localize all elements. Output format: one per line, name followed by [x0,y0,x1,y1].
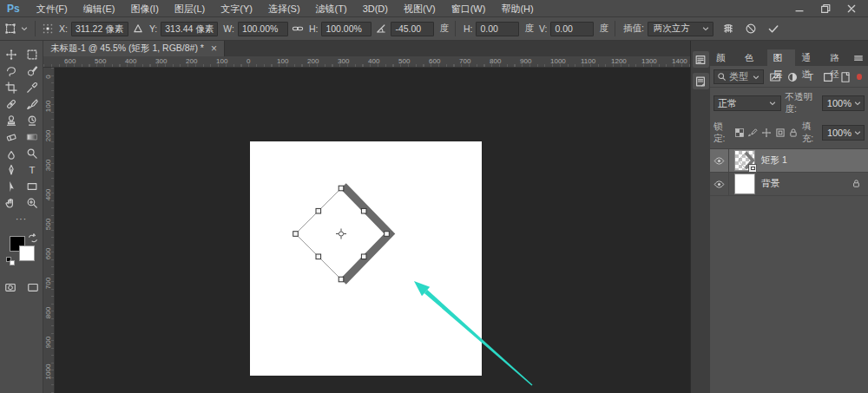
angle-input[interactable]: -45.00 [391,22,434,36]
swap-colors-icon[interactable] [27,233,39,245]
y-input[interactable]: 313.44 像素 [161,22,218,36]
filter-kind-select[interactable]: 类型 [713,69,764,84]
background-color-swatch[interactable] [19,246,35,261]
blend-mode-select[interactable]: 正常 [713,95,781,111]
menu-item[interactable]: 选择(S) [260,0,308,17]
filter-type-layers-icon[interactable]: T [804,69,817,84]
minimize-icon[interactable] [788,2,811,16]
panel-tab-layers[interactable]: 图层 [767,49,796,66]
lock-transparent-pixels-icon[interactable] [733,127,745,140]
commit-transform-icon[interactable] [767,23,779,35]
quick-mask-icon[interactable] [4,281,16,293]
lock-all-icon[interactable] [788,127,799,140]
menu-item[interactable]: 图层(L) [167,0,213,17]
tool-shape[interactable] [22,178,43,194]
menu-item[interactable]: 帮助(H) [493,0,541,17]
tool-quick-select[interactable] [22,62,43,79]
transform-handle[interactable] [316,208,321,213]
tool-gradient[interactable] [22,128,43,145]
tool-clone-stamp[interactable] [1,112,22,128]
panel-tab-3[interactable]: 通道 [795,49,824,66]
menu-item[interactable]: 3D(D) [355,0,396,17]
panel-tab-4[interactable]: 路径 [824,49,852,66]
tool-move[interactable] [1,46,22,62]
menu-item[interactable]: 图像(I) [122,0,166,17]
menu-item[interactable]: 窗口(W) [444,0,494,17]
panel-menu-icon[interactable] [852,49,865,66]
horizontal-ruler[interactable]: 6005004003002001000100200300400500600700… [43,56,690,68]
transform-handle[interactable] [385,232,390,237]
layer-thumbnail[interactable] [734,174,755,194]
vskew-input[interactable]: 0.00 [550,22,594,36]
tool-pen[interactable] [1,161,22,178]
tool-dodge[interactable] [22,145,43,161]
menu-item[interactable]: 文字(Y) [213,0,260,17]
history-panel-icon[interactable] [693,51,709,68]
screen-mode-icon[interactable] [27,281,39,293]
tab-close-icon[interactable]: × [211,43,217,55]
height-input[interactable]: 100.00% [321,22,372,36]
tool-healing-brush[interactable] [1,95,22,112]
filter-shape-layers-icon[interactable] [821,69,834,84]
reference-point-locator-icon[interactable] [42,23,54,35]
transform-handle[interactable] [361,254,366,259]
tool-smudge[interactable] [1,145,22,161]
tool-eraser[interactable] [1,128,22,145]
layer-visibility-eye-icon[interactable] [710,149,729,172]
warp-mode-toggle-icon[interactable] [722,23,734,35]
lock-position-icon[interactable] [761,127,773,140]
vruler-label: 900 [44,330,52,356]
restore-icon[interactable] [814,2,837,16]
fill-field[interactable]: 100% [822,125,865,141]
filter-pixel-layers-icon[interactable] [768,69,781,84]
tool-eyedropper[interactable] [22,79,43,95]
properties-panel-icon[interactable] [693,73,709,89]
hskew-input[interactable]: 0.00 [476,22,519,36]
maintain-aspect-link-icon[interactable] [292,23,304,35]
filter-smart-objects-icon[interactable] [838,69,852,84]
default-colors-icon[interactable] [6,257,16,266]
tool-lasso[interactable] [1,62,22,79]
menu-item[interactable]: 视图(V) [396,0,444,17]
layer-row[interactable]: 矩形 1 [710,149,868,173]
close-icon[interactable] [840,2,863,16]
tool-path-select[interactable] [1,178,22,194]
x-input[interactable]: 311.22 像素 [71,22,128,36]
layer-thumbnail[interactable] [734,150,755,171]
transform-handle[interactable] [293,232,299,237]
tool-zoom[interactable] [22,194,43,211]
filter-adjustment-layers-icon[interactable] [786,69,799,84]
relative-position-icon[interactable] [132,23,144,35]
panel-tab-1[interactable]: 色板 [739,49,767,66]
opacity-field[interactable]: 100% [822,95,865,111]
menu-item[interactable]: 编辑(E) [76,0,123,17]
tool-type[interactable]: T [22,161,43,178]
transform-handle[interactable] [339,277,344,282]
transform-handle[interactable] [361,208,366,213]
tool-brush[interactable] [22,95,43,112]
menu-item[interactable]: 滤镜(T) [308,0,355,17]
shape-rectangle[interactable] [296,188,387,279]
cancel-transform-icon[interactable] [745,23,757,35]
filter-toggle-icon[interactable] [857,74,862,80]
tool-crop[interactable] [1,79,22,95]
tool-rect-marquee[interactable] [22,46,43,62]
layer-row[interactable]: 背景 [710,173,868,196]
interpolation-select[interactable]: 两次立方 [648,22,713,36]
canvas-workspace[interactable] [55,68,690,393]
document-tab[interactable]: 未标题-1 @ 45.5% (矩形 1, RGB/8#) * × [43,41,225,56]
width-input[interactable]: 100.00% [238,22,288,36]
vertical-ruler[interactable]: 01002003004005006007008009001000 [43,68,55,393]
lock-image-pixels-icon[interactable] [747,127,759,140]
transform-handle[interactable] [339,186,344,191]
tool-hand[interactable] [1,194,22,211]
menu-item[interactable]: 文件(F) [29,0,76,17]
transform-handle[interactable] [316,254,321,259]
panel-tab-0[interactable]: 颜色 [710,49,739,66]
tool-history-brush[interactable] [22,112,43,128]
lock-artboard-icon[interactable] [774,127,786,140]
tool-preset-chevron-icon[interactable] [20,24,29,33]
edit-toolbar-button[interactable]: ··· [0,214,43,224]
hruler-label: 1300 [641,57,657,65]
layer-visibility-eye-icon[interactable] [710,173,729,195]
